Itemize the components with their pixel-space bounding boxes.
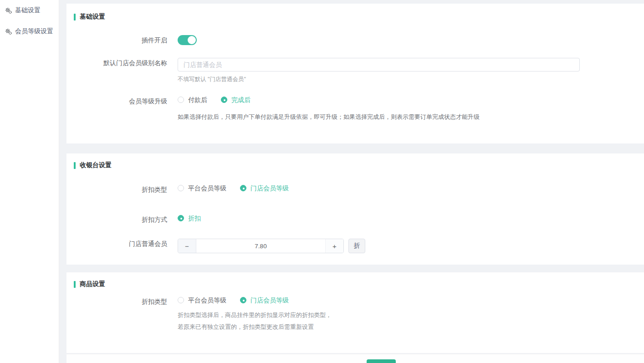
sidebar-item-label: 基础设置 bbox=[15, 6, 41, 15]
product-discount-hint: 折扣类型选择后，商品挂件里的折扣显示对应的折扣类型， 若原来已有独立设置的，折扣… bbox=[178, 309, 332, 333]
main-content: 基础设置 插件开启 默认门店会员级别名称 不填写默认 "门店普通会员" 会员等 bbox=[66, 0, 644, 363]
default-name-label: 默认门店会员级别名称 bbox=[66, 58, 167, 68]
radio-after-payment[interactable]: 付款后 bbox=[178, 96, 207, 103]
basic-settings-section: 基础设置 插件开启 默认门店会员级别名称 不填写默认 "门店普通会员" 会员等 bbox=[66, 4, 644, 143]
radio-icon bbox=[178, 97, 184, 103]
section-title: 商品设置 bbox=[80, 280, 105, 288]
section-bar bbox=[74, 281, 76, 288]
upgrade-label: 会员等级升级 bbox=[66, 96, 167, 106]
cashier-settings-section: 收银台设置 折扣类型 平台会员等级 门店会员等级 bbox=[66, 153, 644, 265]
section-header: 收银台设置 bbox=[66, 153, 644, 169]
upgrade-radio-group: 付款后 完成后 bbox=[178, 96, 480, 103]
discount-method-radio-group: 折扣 bbox=[178, 215, 201, 222]
discount-stepper: − + bbox=[178, 239, 344, 253]
member-level-label: 门店普通会员 bbox=[66, 239, 167, 249]
unit-button[interactable]: 折 bbox=[348, 239, 365, 253]
discount-type-label: 折扣类型 bbox=[66, 297, 167, 307]
radio-after-completion[interactable]: 完成后 bbox=[221, 96, 250, 103]
sidebar-item-member-level-settings[interactable]: 会员等级设置 bbox=[0, 23, 59, 40]
cogs-icon bbox=[5, 7, 12, 14]
sidebar-item-basic-settings[interactable]: 基础设置 bbox=[0, 2, 59, 19]
discount-type-radio-group: 平台会员等级 门店会员等级 bbox=[178, 184, 289, 192]
section-title: 收银台设置 bbox=[80, 161, 112, 169]
radio-store-member-level[interactable]: 门店会员等级 bbox=[240, 184, 289, 192]
product-settings-section: 商品设置 折扣类型 平台会员等级 门店会员等级 bbox=[66, 272, 644, 353]
footer-bar bbox=[66, 354, 644, 363]
section-header: 基础设置 bbox=[66, 4, 644, 21]
save-button[interactable] bbox=[367, 359, 396, 363]
radio-icon bbox=[240, 185, 246, 191]
plugin-enable-toggle[interactable] bbox=[178, 35, 197, 45]
section-bar bbox=[74, 14, 76, 20]
toggle-knob bbox=[188, 36, 196, 44]
section-title: 基础设置 bbox=[80, 13, 105, 21]
discount-method-label: 折扣方式 bbox=[66, 215, 167, 225]
radio-icon bbox=[221, 97, 227, 103]
plugin-enable-label: 插件开启 bbox=[66, 35, 167, 45]
app-window: 基础设置 会员等级设置 基础设置 插件开启 bbox=[0, 0, 644, 363]
section-header: 商品设置 bbox=[66, 272, 644, 288]
increase-button[interactable]: + bbox=[325, 239, 343, 253]
radio-icon bbox=[178, 297, 184, 303]
radio-store-member-level[interactable]: 门店会员等级 bbox=[240, 297, 289, 304]
radio-icon bbox=[178, 185, 184, 191]
radio-discount[interactable]: 折扣 bbox=[178, 215, 201, 222]
product-discount-type-radio-group: 平台会员等级 门店会员等级 bbox=[178, 297, 332, 304]
radio-icon bbox=[240, 297, 246, 303]
sidebar: 基础设置 会员等级设置 bbox=[0, 0, 59, 363]
discount-type-label: 折扣类型 bbox=[66, 184, 167, 194]
cogs-icon bbox=[5, 28, 12, 35]
default-name-input[interactable] bbox=[178, 58, 580, 72]
radio-platform-member-level[interactable]: 平台会员等级 bbox=[178, 184, 226, 192]
radio-platform-member-level[interactable]: 平台会员等级 bbox=[178, 297, 226, 304]
discount-value-input[interactable] bbox=[196, 239, 325, 253]
default-name-hint: 不填写默认 "门店普通会员" bbox=[178, 76, 580, 83]
decrease-button[interactable]: − bbox=[178, 239, 196, 253]
upgrade-hint: 如果选择付款后，只要用户下单付款满足升级依据，即可升级；如果选择完成后，则表示需… bbox=[178, 112, 480, 122]
radio-icon bbox=[178, 215, 184, 221]
section-bar bbox=[74, 162, 76, 169]
sidebar-item-label: 会员等级设置 bbox=[15, 27, 53, 36]
